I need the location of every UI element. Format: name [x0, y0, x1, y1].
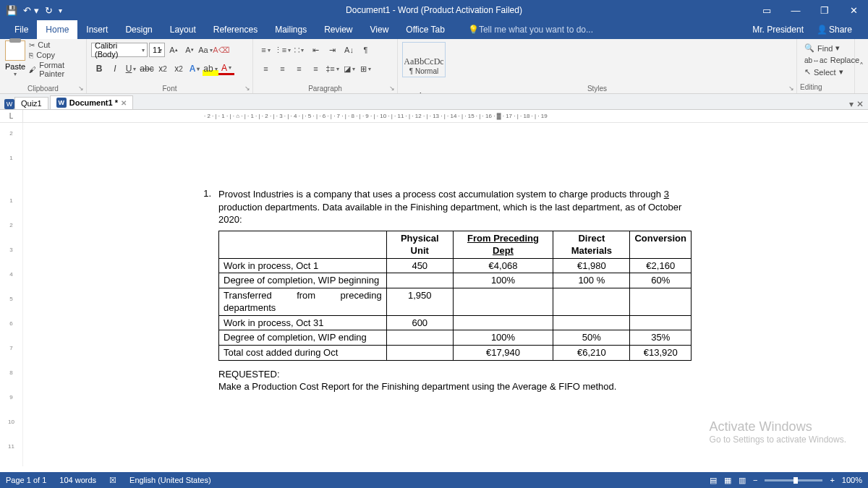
tab-file[interactable]: File — [6, 20, 37, 39]
table-row: Transferred from preceding departments1,… — [219, 288, 692, 315]
tell-me-search[interactable]: 💡 Tell me what you want to do... — [459, 20, 602, 39]
view-print-icon[interactable]: ▦ — [724, 476, 731, 485]
clipboard-launcher-icon[interactable]: ↘ — [78, 85, 84, 92]
redo-icon[interactable]: ↻ — [45, 5, 53, 16]
select-button[interactable]: ↖ Select ▾ — [801, 66, 850, 78]
font-color-icon[interactable]: A — [218, 63, 234, 75]
shrink-font-icon[interactable]: A▾ — [182, 43, 197, 57]
table-row: Total cost added during Oct€17,940€6,210… — [219, 346, 692, 361]
tab-review[interactable]: Review — [315, 20, 361, 39]
ribbon-display-icon[interactable]: ▭ — [752, 0, 781, 20]
status-language[interactable]: English (United States) — [129, 476, 211, 484]
style-normal[interactable]: AaBbCcDc¶ Normal — [402, 42, 446, 77]
user-name[interactable]: Mr. President — [752, 25, 804, 35]
bullets-icon[interactable]: ≡ — [258, 43, 274, 57]
align-center-icon[interactable]: ≡ — [274, 61, 291, 76]
minimize-icon[interactable]: — — [781, 0, 810, 20]
group-editing: 🔍 Find ▾ ab↔ac Replace ↖ Select ▾ Editin… — [797, 39, 855, 93]
tab-design[interactable]: Design — [116, 20, 161, 39]
share-button[interactable]: 👤 Share — [812, 23, 856, 36]
sort-icon[interactable]: A↓ — [341, 43, 357, 57]
close-tab-icon[interactable]: ✕ — [121, 99, 127, 107]
paste-button[interactable]: Paste ▾ — [4, 40, 26, 78]
group-clipboard: Paste ▾ ✂Cut ⎘Copy 🖌Format Painter Clipb… — [0, 39, 87, 93]
scissors-icon: ✂ — [29, 41, 35, 49]
cut-button[interactable]: ✂Cut — [29, 40, 82, 49]
ribbon: Paste ▾ ✂Cut ⎘Copy 🖌Format Painter Clipb… — [0, 39, 868, 94]
underline-button[interactable]: U — [123, 61, 139, 76]
status-words[interactable]: 104 words — [59, 476, 96, 484]
shading-icon[interactable]: ◪ — [341, 61, 357, 76]
table-row: Degree of completion, WIP ending100%50%3… — [219, 330, 692, 346]
table-row: Work in process, Oct 31600 — [219, 315, 692, 330]
tab-layout[interactable]: Layout — [161, 20, 205, 39]
font-launcher-icon[interactable]: ↘ — [244, 85, 250, 92]
doc-tab-document1[interactable]: WDocument1 *✕ — [50, 95, 133, 109]
font-name-select[interactable]: Calibri (Body) — [91, 43, 148, 57]
superscript-button[interactable]: x2 — [171, 61, 187, 76]
tab-view[interactable]: View — [362, 20, 398, 39]
status-proof-icon[interactable]: ☒ — [109, 476, 116, 485]
numbering-icon[interactable]: ⋮≡ — [274, 43, 291, 57]
collapse-ribbon-icon[interactable]: ˄ — [855, 39, 868, 93]
brush-icon: 🖌 — [29, 66, 36, 74]
ruler-row: L · 2 · | · 1 · | · ⌂ · | · 1 · | · 2 · … — [0, 110, 868, 123]
grow-font-icon[interactable]: A▴ — [166, 43, 181, 57]
font-size-select[interactable]: 11 — [149, 43, 165, 57]
tab-menu-icon[interactable]: ▾ — [849, 99, 854, 109]
justify-icon[interactable]: ≡ — [307, 61, 324, 76]
strike-button[interactable]: abc — [139, 61, 155, 76]
horizontal-ruler[interactable]: · 2 · | · 1 · | · ⌂ · | · 1 · | · 2 · | … — [23, 110, 868, 122]
table-row: Degree of completion, WIP beginning100%1… — [219, 273, 692, 288]
change-case-icon[interactable]: Aa — [198, 43, 213, 57]
text-effects-icon[interactable]: A — [187, 61, 203, 76]
list-number: 1. — [200, 188, 218, 393]
tab-home[interactable]: Home — [37, 20, 77, 39]
find-button[interactable]: 🔍 Find ▾ — [801, 42, 850, 54]
ruler-corner[interactable]: L — [0, 110, 23, 122]
show-marks-icon[interactable]: ¶ — [357, 43, 374, 57]
zoom-level[interactable]: 100% — [842, 476, 862, 484]
view-web-icon[interactable]: ▥ — [739, 476, 746, 485]
borders-icon[interactable]: ⊞ — [357, 61, 374, 76]
copy-button[interactable]: ⎘Copy — [29, 51, 82, 59]
tab-references[interactable]: References — [205, 20, 266, 39]
document-page[interactable]: 1. Provost Industries is a company that … — [185, 130, 706, 408]
copy-icon: ⎘ — [29, 51, 33, 59]
view-read-icon[interactable]: ▤ — [710, 476, 717, 485]
styles-launcher-icon[interactable]: ↘ — [788, 85, 794, 92]
highlight-icon[interactable]: ab — [203, 61, 218, 76]
subscript-button[interactable]: x2 — [155, 61, 171, 76]
tab-close-icon[interactable]: ✕ — [856, 99, 864, 109]
tab-officetab[interactable]: Office Tab — [397, 20, 454, 39]
align-right-icon[interactable]: ≡ — [291, 61, 307, 76]
maximize-icon[interactable]: ❐ — [810, 0, 839, 20]
zoom-in-icon[interactable]: + — [830, 476, 834, 484]
tab-insert[interactable]: Insert — [77, 20, 116, 39]
activate-windows-watermark: Activate Windows Go to Settings to activ… — [710, 419, 846, 445]
multilevel-icon[interactable]: ⸬ — [291, 43, 307, 57]
tab-mailings[interactable]: Mailings — [266, 20, 315, 39]
qat-more-icon[interactable]: ▾ — [59, 7, 62, 14]
replace-button[interactable]: ab↔ac Replace — [801, 54, 850, 66]
doc-tab-quiz1[interactable]: Quiz1 — [14, 97, 48, 109]
document-tabs: W Quiz1 WDocument1 *✕ ▾✕ — [0, 94, 868, 110]
status-page[interactable]: Page 1 of 1 — [6, 476, 46, 484]
save-icon[interactable]: 💾 — [6, 5, 17, 16]
align-left-icon[interactable]: ≡ — [258, 61, 274, 76]
paragraph-launcher-icon[interactable]: ↘ — [389, 85, 395, 92]
format-painter-button[interactable]: 🖌Format Painter — [29, 61, 82, 78]
vertical-ruler[interactable]: 211234567891011 — [0, 123, 23, 466]
zoom-out-icon[interactable]: − — [753, 476, 757, 484]
line-spacing-icon[interactable]: ‡≡ — [324, 61, 341, 76]
bold-button[interactable]: B — [91, 61, 107, 76]
group-paragraph: ≡ ⋮≡ ⸬ ⇤ ⇥ A↓ ¶ ≡ ≡ ≡ ≡ ‡≡ ◪ ⊞ Paragraph… — [253, 39, 398, 93]
outdent-icon[interactable]: ⇤ — [307, 43, 324, 57]
undo-icon[interactable]: ↶ ▾ — [23, 5, 39, 16]
close-icon[interactable]: ✕ — [839, 0, 868, 20]
requested-body: Make a Production Cost Report for the Fi… — [218, 380, 692, 393]
italic-button[interactable]: I — [107, 61, 123, 76]
indent-icon[interactable]: ⇥ — [324, 43, 341, 57]
clear-format-icon[interactable]: A⌫ — [214, 43, 229, 57]
zoom-slider[interactable] — [765, 479, 822, 481]
